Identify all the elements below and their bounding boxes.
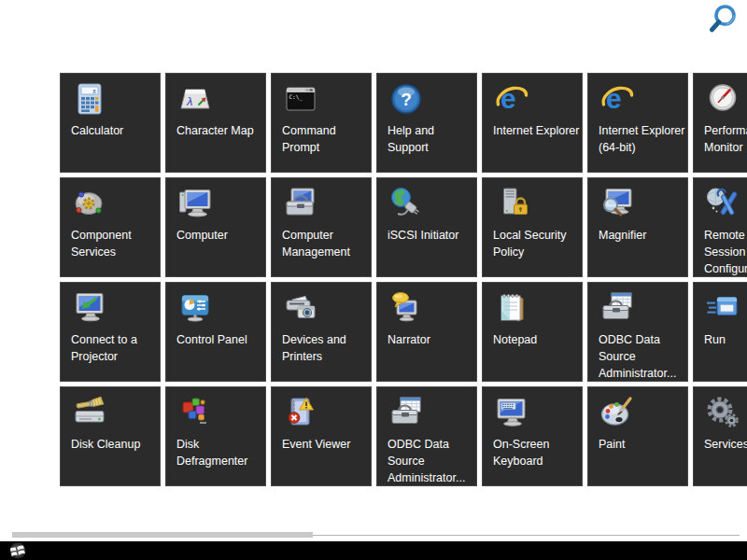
tile-label: Help and Support (388, 122, 476, 156)
tile-devices-and-printers[interactable]: Devices and Printers (271, 282, 372, 382)
narrator-icon (388, 290, 424, 326)
tile-computer-management[interactable]: Computer Management (271, 177, 372, 277)
tile-notepad[interactable]: Notepad (482, 282, 583, 382)
tile-label: ODBC Data Source Administrator... (388, 436, 476, 486)
tile-odbc-data-source-administrator[interactable]: ODBC Data Source Administrator... (587, 282, 688, 382)
tile-label: Services (704, 436, 747, 453)
tile-local-security-policy[interactable]: Local Security Policy (482, 177, 583, 277)
services-icon (705, 395, 740, 430)
tile-performance-monitor[interactable]: Performance Monitor (693, 73, 747, 173)
tile-label: Run (704, 331, 747, 348)
tile-label: Internet Explorer (64-bit) (599, 122, 687, 156)
tile-computer[interactable]: Computer (165, 177, 266, 277)
tile-paint[interactable]: Paint (587, 386, 688, 486)
tile-label: Connect to a Projector (71, 331, 160, 365)
help-support-icon: ? (388, 81, 424, 117)
tile-label: On-Screen Keyboard (493, 436, 582, 469)
performance-monitor-icon (705, 81, 740, 117)
tile-label: Narrator (388, 331, 476, 348)
tile-remote-desktop-session-host-configuration[interactable]: Remote Desktop Session Host Configuratio… (693, 177, 747, 277)
disk-defragmenter-icon (177, 395, 213, 430)
tile-run[interactable]: Run (693, 282, 747, 382)
internet-explorer-icon: e (494, 81, 529, 117)
tile-narrator[interactable]: Narrator (376, 282, 477, 382)
iscsi-initiator-icon (388, 186, 424, 221)
tile-label: Paint (599, 436, 687, 453)
tile-connect-to-a-projector[interactable]: Connect to a Projector (60, 282, 161, 382)
odbc-icon (388, 395, 424, 430)
notepad-icon (494, 290, 529, 326)
tile-internet-explorer-64-bit[interactable]: eInternet Explorer (64-bit) (587, 73, 688, 173)
run-icon (705, 290, 740, 326)
paint-icon (599, 395, 635, 430)
tile-help-and-support[interactable]: ?Help and Support (376, 73, 477, 173)
svg-text:C:\_: C:\_ (289, 93, 303, 101)
tile-component-services[interactable]: Component Services (60, 177, 161, 277)
tile-label: Notepad (493, 331, 582, 348)
tile-label: Computer Management (282, 227, 371, 260)
apps-tile-grid: 8CalculatorλCharacter MapC:\_Command Pro… (60, 73, 747, 486)
tile-label: Computer (176, 227, 265, 244)
tile-event-viewer[interactable]: Event Viewer (271, 386, 372, 486)
command-prompt-icon: C:\_ (283, 81, 318, 117)
tile-disk-defragmenter[interactable]: Disk Defragmenter (165, 386, 266, 486)
component-services-icon (72, 186, 107, 221)
odbc-icon (599, 290, 635, 326)
tile-label: Disk Defragmenter (176, 436, 265, 469)
tile-label: Calculator (71, 122, 160, 139)
internet-explorer-icon: e (599, 81, 635, 117)
disk-cleanup-icon (72, 395, 107, 430)
tile-label: Performance Monitor (704, 122, 747, 156)
tile-magnifier[interactable]: Magnifier (587, 177, 688, 277)
tile-odbc-data-source-administrator[interactable]: ODBC Data Source Administrator... (376, 386, 477, 486)
start-button[interactable] (7, 541, 28, 560)
svg-text:8: 8 (93, 89, 96, 94)
devices-printers-icon (283, 290, 318, 326)
tile-character-map[interactable]: λCharacter Map (165, 73, 266, 173)
tile-control-panel[interactable]: Control Panel (165, 282, 266, 382)
tile-label: Magnifier (599, 227, 687, 244)
tile-internet-explorer[interactable]: eInternet Explorer (482, 73, 583, 173)
tile-calculator[interactable]: 8Calculator (60, 73, 161, 173)
windows-logo-icon (7, 541, 28, 560)
svg-text:?: ? (401, 90, 412, 109)
horizontal-scrollbar-thumb[interactable] (12, 532, 313, 538)
tile-label: Remote Desktop Session Host Configuratio… (704, 227, 747, 277)
taskbar (0, 541, 747, 560)
calculator-icon: 8 (72, 81, 107, 117)
tile-label: Command Prompt (282, 122, 371, 156)
computer-icon (177, 186, 213, 221)
on-screen-keyboard-icon (494, 395, 529, 430)
control-panel-icon (177, 290, 213, 326)
tile-command-prompt[interactable]: C:\_Command Prompt (271, 73, 372, 173)
tile-label: Character Map (176, 122, 265, 139)
tile-label: Devices and Printers (282, 331, 371, 365)
tile-label: Local Security Policy (493, 227, 582, 260)
search-icon[interactable] (702, 2, 741, 39)
magnifier-icon (599, 186, 635, 221)
horizontal-scrollbar-track[interactable] (313, 535, 740, 536)
tile-label: Component Services (71, 227, 160, 260)
tile-label: Event Viewer (282, 436, 371, 453)
event-viewer-icon (283, 395, 318, 430)
character-map-icon: λ (177, 81, 213, 117)
tile-services[interactable]: Services (693, 386, 747, 486)
local-security-policy-icon (494, 186, 529, 221)
tile-label: Control Panel (176, 331, 265, 348)
tile-label: iSCSI Initiator (388, 227, 476, 244)
tile-label: Internet Explorer (493, 122, 582, 139)
tile-label: Disk Cleanup (71, 436, 160, 453)
tile-iscsi-initiator[interactable]: iSCSI Initiator (376, 177, 477, 277)
tile-disk-cleanup[interactable]: Disk Cleanup (60, 386, 161, 486)
connect-projector-icon (72, 290, 107, 326)
svg-text:λ: λ (186, 94, 192, 108)
tile-on-screen-keyboard[interactable]: On-Screen Keyboard (482, 386, 583, 486)
rd-session-host-icon (705, 186, 740, 221)
tile-label: ODBC Data Source Administrator... (599, 331, 687, 382)
computer-management-icon (283, 186, 318, 221)
